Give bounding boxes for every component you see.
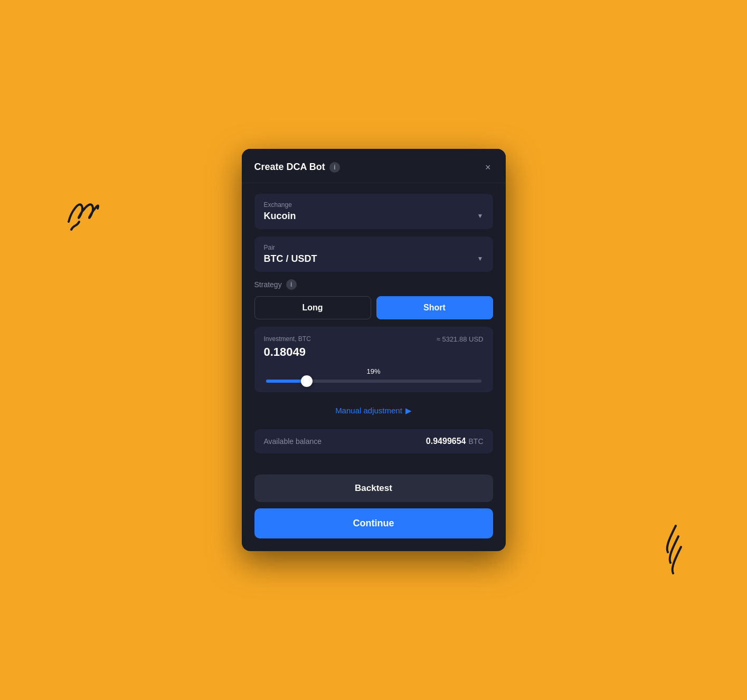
modal-header: Create DCA Bot i ×	[242, 149, 506, 183]
balance-value-group: 0.9499654 BTC	[426, 437, 484, 446]
balance-label: Available balance	[264, 437, 322, 446]
manual-adjustment-label: Manual adjustment	[335, 406, 402, 415]
slider-container: 19%	[264, 367, 484, 383]
pair-label: Pair	[264, 244, 484, 251]
decorative-scribble-right	[647, 515, 689, 584]
manual-adjustment-section: Manual adjustment ▶	[254, 400, 493, 422]
investment-section: Investment, BTC ≈ 5321.88 USD 0.18049 19…	[254, 327, 493, 392]
balance-section: Available balance 0.9499654 BTC	[254, 429, 493, 453]
manual-adjustment-link[interactable]: Manual adjustment ▶	[335, 406, 412, 415]
exchange-value-row: Kucoin ▼	[264, 211, 484, 222]
strategy-buttons: Long Short	[254, 296, 493, 319]
create-dca-bot-modal: Create DCA Bot i × Exchange Kucoin ▼ Pai…	[242, 149, 506, 552]
balance-value: 0.9499654	[426, 437, 466, 446]
pair-dropdown[interactable]: Pair BTC / USDT ▼	[254, 237, 493, 272]
backtest-button[interactable]: Backtest	[254, 475, 493, 502]
modal-title: Create DCA Bot	[254, 162, 325, 173]
close-button[interactable]: ×	[483, 160, 493, 174]
exchange-dropdown[interactable]: Exchange Kucoin ▼	[254, 194, 493, 229]
exchange-value: Kucoin	[264, 211, 296, 222]
strategy-label-row: Strategy i	[254, 279, 493, 290]
modal-footer: Backtest Continue	[242, 475, 506, 551]
info-icon[interactable]: i	[329, 162, 340, 173]
balance-currency: BTC	[469, 437, 484, 446]
slider-percentage: 19%	[264, 367, 484, 375]
modal-body: Exchange Kucoin ▼ Pair BTC / USDT ▼ Stra…	[242, 183, 506, 475]
strategy-section: Strategy i Long Short	[254, 279, 493, 319]
strategy-info-icon[interactable]: i	[286, 279, 297, 290]
investment-value: 0.18049	[264, 345, 484, 359]
short-button[interactable]: Short	[376, 296, 493, 319]
long-button[interactable]: Long	[254, 296, 371, 319]
continue-button[interactable]: Continue	[254, 508, 493, 538]
manual-adjustment-arrow: ▶	[405, 406, 412, 415]
investment-header: Investment, BTC ≈ 5321.88 USD	[264, 335, 484, 343]
slider-thumb[interactable]	[301, 375, 313, 387]
slider-track[interactable]	[266, 380, 481, 383]
modal-title-group: Create DCA Bot i	[254, 162, 340, 173]
strategy-label: Strategy	[254, 280, 282, 289]
investment-label: Investment, BTC	[264, 335, 311, 343]
pair-value-row: BTC / USDT ▼	[264, 253, 484, 264]
pair-dropdown-arrow: ▼	[477, 255, 484, 262]
pair-value: BTC / USDT	[264, 253, 317, 264]
investment-usd: ≈ 5321.88 USD	[437, 335, 484, 343]
exchange-dropdown-arrow: ▼	[477, 212, 484, 220]
decorative-scribble-left	[53, 179, 116, 243]
exchange-label: Exchange	[264, 201, 484, 209]
